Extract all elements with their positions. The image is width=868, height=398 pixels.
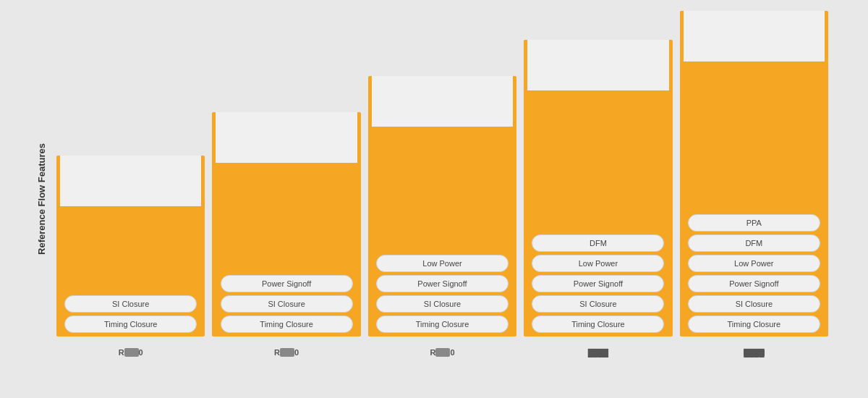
feature-badges-2: Power Signoff SI Closure Timing Closure bbox=[208, 275, 364, 333]
bar-group-3: Low Power Power Signoff SI Closure Timin… bbox=[365, 18, 520, 358]
bars-row: SI Closure Timing Closure R●●●0 Power Si… bbox=[53, 18, 832, 380]
feature-badges-4: DFM Low Power Power Signoff SI Closure T… bbox=[520, 234, 676, 333]
badge-dfm-4: DFM bbox=[532, 234, 664, 252]
badge-dfm-5: DFM bbox=[688, 234, 820, 252]
x-label-4: ████ bbox=[520, 348, 676, 357]
bars-area: SI Closure Timing Closure R●●●0 Power Si… bbox=[53, 18, 832, 380]
badge-ppa-5: PPA bbox=[688, 214, 820, 232]
feature-badges-1: SI Closure Timing Closure bbox=[53, 295, 208, 333]
badge-power-signoff-3: Power Signoff bbox=[376, 275, 509, 292]
bar-group-1: SI Closure Timing Closure R●●●0 bbox=[53, 18, 208, 358]
bar-group-2: Power Signoff SI Closure Timing Closure … bbox=[208, 18, 364, 358]
x-label-5: ████ bbox=[676, 348, 832, 357]
badge-timing-2: Timing Closure bbox=[221, 316, 353, 333]
white-section-1 bbox=[60, 156, 201, 206]
badge-timing-3: Timing Closure bbox=[376, 316, 509, 333]
x-label-3: R●●●0 bbox=[365, 348, 520, 357]
white-section-2 bbox=[216, 112, 357, 163]
badge-si-2: SI Closure bbox=[221, 295, 353, 313]
badge-si-4: SI Closure bbox=[532, 295, 664, 313]
x-label-1: R●●●0 bbox=[53, 348, 208, 357]
badge-timing-4: Timing Closure bbox=[532, 316, 664, 333]
white-section-4 bbox=[527, 40, 668, 90]
badge-si-1: SI Closure bbox=[64, 295, 197, 313]
badge-low-power-3: Low Power bbox=[376, 255, 509, 272]
feature-badges-5: PPA DFM Low Power Power Signoff SI Closu… bbox=[676, 214, 832, 333]
badge-power-signoff-5: Power Signoff bbox=[688, 275, 820, 292]
y-axis-label: Reference Flow Features bbox=[36, 143, 47, 255]
white-section-3 bbox=[372, 76, 513, 127]
badge-timing-5: Timing Closure bbox=[688, 316, 820, 333]
feature-badges-3: Low Power Power Signoff SI Closure Timin… bbox=[365, 255, 520, 333]
white-section-5 bbox=[684, 11, 825, 62]
badge-power-signoff-2: Power Signoff bbox=[221, 275, 353, 292]
bar-group-5: PPA DFM Low Power Power Signoff SI Closu… bbox=[676, 18, 832, 358]
chart-container: Reference Flow Features SI Closure Timin… bbox=[36, 18, 832, 380]
badge-si-3: SI Closure bbox=[376, 295, 509, 313]
badge-low-power-5: Low Power bbox=[688, 255, 820, 272]
badge-si-5: SI Closure bbox=[688, 295, 820, 313]
badge-timing-1: Timing Closure bbox=[64, 316, 197, 333]
x-label-2: R●●●0 bbox=[208, 348, 364, 357]
badge-power-signoff-4: Power Signoff bbox=[532, 275, 664, 292]
bar-group-4: DFM Low Power Power Signoff SI Closure T… bbox=[520, 18, 676, 358]
badge-low-power-4: Low Power bbox=[532, 255, 664, 272]
